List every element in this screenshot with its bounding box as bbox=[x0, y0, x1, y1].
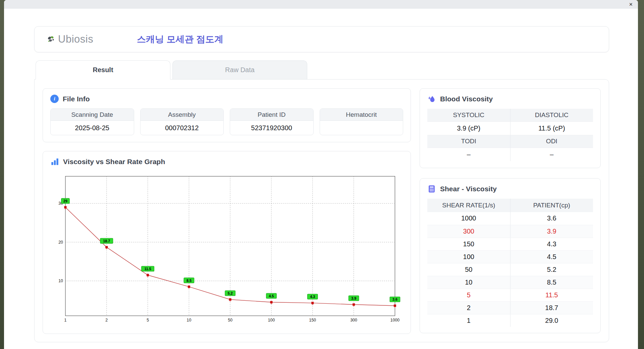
patient-value-cell: 18.7 bbox=[510, 301, 593, 314]
window-content: Ubiosis 스캐닝 모세관 점도계 ResultRaw Data i Fil… bbox=[4, 9, 638, 349]
svg-text:50: 50 bbox=[228, 318, 232, 322]
shear-rate-cell: 5 bbox=[427, 289, 510, 301]
odi-label: ODI bbox=[510, 135, 593, 148]
svg-text:1: 1 bbox=[64, 318, 67, 322]
shear-row-1000: 10003.6 bbox=[427, 212, 593, 225]
right-column: Blood Viscosity SYSTOLIC DIASTOLIC 3.9 (… bbox=[420, 88, 601, 333]
shear-rate-cell: 10 bbox=[427, 276, 510, 289]
blood-viscosity-card: Blood Viscosity SYSTOLIC DIASTOLIC 3.9 (… bbox=[420, 88, 601, 168]
svg-text:100: 100 bbox=[268, 318, 275, 322]
field-label: Hematocrit bbox=[320, 109, 403, 121]
shear-viscosity-header: Shear - Viscosity bbox=[427, 185, 593, 193]
shear-row-5: 511.5 bbox=[427, 289, 593, 301]
bv-value-row-2: – – bbox=[427, 148, 593, 161]
todi-label: TODI bbox=[427, 135, 510, 148]
systolic-value: 3.9 (cP) bbox=[427, 121, 510, 135]
blood-viscosity-header: Blood Viscosity bbox=[427, 95, 593, 103]
field-value: 2025-08-25 bbox=[51, 121, 134, 135]
graph-card-title: Viscosity vs Shear Rate Graph bbox=[63, 158, 165, 166]
svg-text:4.3: 4.3 bbox=[310, 295, 315, 299]
shear-row-1: 129.0 bbox=[427, 314, 593, 327]
ubiosis-logo: Ubiosis bbox=[47, 33, 122, 45]
shear-table-header-row: SHEAR RATE(1/s) PATIENT(cp) bbox=[427, 199, 593, 212]
shear-rate-cell: 50 bbox=[427, 263, 510, 276]
svg-text:150: 150 bbox=[309, 318, 316, 322]
diastolic-value: 11.5 (cP) bbox=[510, 121, 593, 135]
file-info-title: File Info bbox=[63, 95, 90, 103]
svg-text:8.5: 8.5 bbox=[186, 279, 192, 283]
tab-raw-data[interactable]: Raw Data bbox=[172, 60, 307, 79]
diastolic-label: DIASTOLIC bbox=[510, 109, 593, 121]
patient-value-cell: 4.3 bbox=[510, 238, 593, 250]
blood-viscosity-table: SYSTOLIC DIASTOLIC 3.9 (cP) 11.5 (cP) TO… bbox=[427, 109, 593, 161]
shear-rate-cell: 100 bbox=[427, 250, 510, 263]
patient-column-header: PATIENT(cp) bbox=[510, 199, 593, 212]
field-value: 52371920300 bbox=[230, 121, 313, 135]
window-titlebar: × bbox=[4, 0, 638, 9]
tab-bar: ResultRaw Data bbox=[34, 60, 609, 79]
file-info-field-patient-id: Patient ID52371920300 bbox=[230, 108, 314, 135]
odi-value: – bbox=[510, 148, 593, 161]
field-value: 000702312 bbox=[141, 121, 224, 135]
main-panel: i File Info Scanning Date2025-08-25Assem… bbox=[34, 79, 609, 342]
calculator-icon bbox=[427, 185, 436, 193]
app-header: Ubiosis 스캐닝 모세관 점도계 bbox=[34, 26, 609, 52]
shear-rate-column-header: SHEAR RATE(1/s) bbox=[427, 199, 510, 212]
left-column: i File Info Scanning Date2025-08-25Assem… bbox=[43, 88, 411, 333]
field-value bbox=[320, 121, 403, 135]
leaf-logo-icon bbox=[47, 35, 55, 44]
shear-rate-cell: 2 bbox=[427, 301, 510, 314]
logo-text: Ubiosis bbox=[58, 33, 93, 45]
shear-viscosity-title: Shear - Viscosity bbox=[440, 185, 497, 193]
shear-rate-cell: 1 bbox=[427, 314, 510, 327]
shear-row-300: 3003.9 bbox=[427, 225, 593, 238]
file-info-header: i File Info bbox=[50, 95, 403, 103]
patient-value-cell: 3.9 bbox=[510, 225, 593, 238]
svg-text:10: 10 bbox=[58, 279, 63, 283]
systolic-label: SYSTOLIC bbox=[427, 109, 510, 121]
patient-value-cell: 8.5 bbox=[510, 276, 593, 289]
graph-card-header: Viscosity vs Shear Rate Graph bbox=[50, 157, 403, 166]
tab-result[interactable]: Result bbox=[36, 60, 170, 80]
shear-rate-cell: 1000 bbox=[427, 212, 510, 225]
todi-value: – bbox=[427, 148, 510, 161]
patient-value-cell: 4.5 bbox=[510, 250, 593, 263]
file-info-field-hematocrit: Hematocrit bbox=[320, 108, 404, 135]
file-info-card: i File Info Scanning Date2025-08-25Assem… bbox=[43, 88, 411, 142]
shear-row-50: 505.2 bbox=[427, 263, 593, 276]
patient-value-cell: 3.6 bbox=[510, 212, 593, 225]
field-label: Assembly bbox=[141, 109, 224, 121]
svg-text:20: 20 bbox=[58, 240, 63, 245]
info-icon: i bbox=[50, 95, 59, 103]
svg-text:18.7: 18.7 bbox=[103, 239, 110, 243]
svg-text:1000: 1000 bbox=[390, 318, 399, 322]
window-close-button[interactable]: × bbox=[627, 1, 635, 7]
svg-text:11.5: 11.5 bbox=[144, 267, 151, 271]
viscosity-graph-card: Viscosity vs Shear Rate Graph 1020301251… bbox=[43, 151, 411, 334]
shear-rate-cell: 150 bbox=[427, 238, 510, 250]
svg-text:3.9: 3.9 bbox=[351, 296, 356, 300]
app-title: 스캐닝 모세관 점도계 bbox=[137, 33, 223, 45]
bar-chart-icon bbox=[50, 157, 59, 166]
shear-viscosity-table: SHEAR RATE(1/s) PATIENT(cp) 10003.63003.… bbox=[427, 199, 593, 327]
desktop-background: × Ubiosis 스캐닝 모세관 점도계 ResultRaw Data bbox=[0, 0, 644, 349]
shear-row-10: 108.5 bbox=[427, 276, 593, 289]
field-label: Scanning Date bbox=[51, 109, 134, 121]
svg-text:3.6: 3.6 bbox=[392, 297, 397, 301]
shear-rate-cell: 300 bbox=[427, 225, 510, 238]
shear-row-100: 1004.5 bbox=[427, 250, 593, 263]
blood-viscosity-title: Blood Viscosity bbox=[440, 95, 493, 103]
app-window: × Ubiosis 스캐닝 모세관 점도계 ResultRaw Data bbox=[4, 0, 638, 349]
svg-text:10: 10 bbox=[187, 318, 192, 322]
shear-row-150: 1504.3 bbox=[427, 238, 593, 250]
patient-value-cell: 5.2 bbox=[510, 263, 593, 276]
file-info-field-assembly: Assembly000702312 bbox=[140, 108, 224, 135]
svg-text:300: 300 bbox=[350, 318, 357, 322]
svg-text:5: 5 bbox=[147, 318, 149, 322]
svg-text:4.5: 4.5 bbox=[269, 294, 274, 298]
bv-header-row-2: TODI ODI bbox=[427, 135, 593, 148]
field-label: Patient ID bbox=[230, 109, 313, 121]
svg-text:5.2: 5.2 bbox=[228, 291, 233, 295]
file-info-field-scanning-date: Scanning Date2025-08-25 bbox=[50, 108, 134, 135]
svg-text:29: 29 bbox=[63, 199, 67, 203]
